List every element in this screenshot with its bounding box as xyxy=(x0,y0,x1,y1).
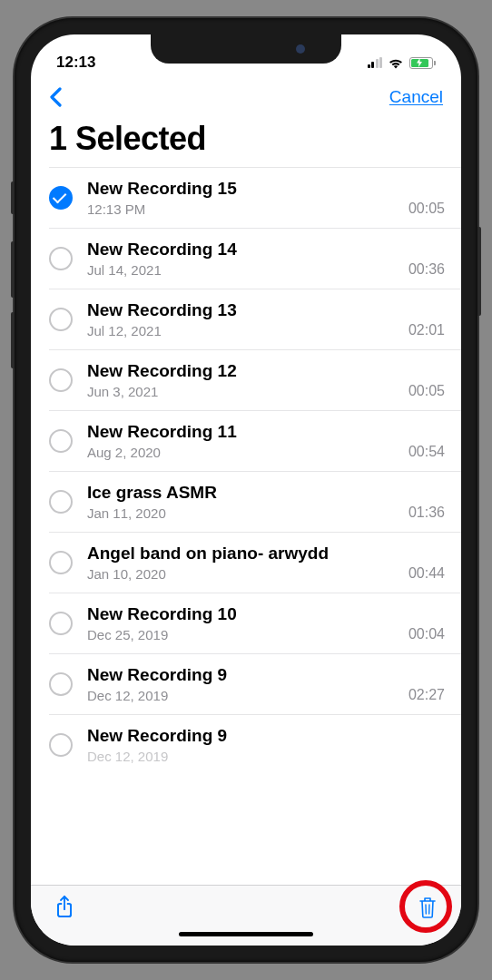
recording-date: Jul 12, 2021 xyxy=(87,323,237,338)
cancel-button[interactable]: Cancel xyxy=(389,87,443,107)
delete-button[interactable] xyxy=(418,896,438,919)
recording-title: New Recording 14 xyxy=(87,240,237,260)
recording-date: Dec 25, 2019 xyxy=(87,627,237,642)
recording-duration: 00:05 xyxy=(408,383,445,399)
list-item[interactable]: New Recording 13Jul 12, 202102:01 xyxy=(49,289,461,349)
recording-date: Jul 14, 2021 xyxy=(87,262,237,278)
status-time: 12:13 xyxy=(56,54,95,72)
home-indicator[interactable] xyxy=(179,932,313,936)
recording-duration: 00:36 xyxy=(408,261,445,278)
recording-title: New Recording 12 xyxy=(87,361,237,381)
recording-date: 12:13 PM xyxy=(87,201,237,217)
list-item[interactable]: New Recording 14Jul 14, 202100:36 xyxy=(49,228,461,289)
selection-checkbox[interactable] xyxy=(49,672,73,696)
recording-duration: 02:27 xyxy=(408,687,445,703)
recording-title: New Recording 10 xyxy=(87,604,237,624)
recording-title: New Recording 9 xyxy=(87,726,227,746)
selection-checkbox[interactable] xyxy=(49,551,73,574)
recording-title: New Recording 15 xyxy=(87,179,237,199)
wifi-icon xyxy=(388,57,404,69)
recording-date: Jan 10, 2020 xyxy=(87,566,329,582)
recording-date: Jan 11, 2020 xyxy=(87,505,217,521)
recording-title: New Recording 9 xyxy=(87,665,227,685)
recording-duration: 01:36 xyxy=(408,505,445,521)
selection-checkbox[interactable] xyxy=(49,368,73,392)
list-item[interactable]: New Recording 9Dec 12, 201902:27 xyxy=(49,653,461,714)
recording-date: Jun 3, 2021 xyxy=(87,384,237,399)
list-item[interactable]: New Recording 1512:13 PM00:05 xyxy=(49,167,461,228)
recording-duration: 00:44 xyxy=(408,565,445,582)
list-item[interactable]: New Recording 9Dec 12, 2019 xyxy=(49,714,461,764)
back-button[interactable] xyxy=(49,87,62,107)
recording-title: New Recording 11 xyxy=(87,422,237,442)
list-item[interactable]: New Recording 10Dec 25, 201900:04 xyxy=(49,593,461,653)
recording-duration: 02:01 xyxy=(408,322,445,338)
list-item[interactable]: New Recording 11Aug 2, 202000:54 xyxy=(49,410,461,471)
cellular-signal-icon xyxy=(368,57,383,68)
recording-date: Dec 12, 2019 xyxy=(87,688,227,703)
selection-checkbox[interactable] xyxy=(49,247,73,270)
share-button[interactable] xyxy=(54,895,74,920)
recording-duration: 00:54 xyxy=(408,444,445,460)
nav-bar: Cancel xyxy=(31,78,461,114)
recording-title: Ice grass ASMR xyxy=(87,483,217,503)
selection-checkbox[interactable] xyxy=(49,186,73,210)
recording-date: Dec 12, 2019 xyxy=(87,749,227,764)
recording-title: New Recording 13 xyxy=(87,300,237,320)
list-item[interactable]: New Recording 12Jun 3, 202100:05 xyxy=(49,349,461,410)
notch xyxy=(151,34,341,64)
page-title: 1 Selected xyxy=(31,114,461,167)
battery-icon xyxy=(409,57,436,69)
selection-checkbox[interactable] xyxy=(49,490,73,514)
recording-date: Aug 2, 2020 xyxy=(87,445,237,460)
phone-frame: 12:13 xyxy=(15,18,477,962)
recording-title: Angel band on piano- arwydd xyxy=(87,544,329,564)
selection-checkbox[interactable] xyxy=(49,308,73,331)
recording-duration: 00:04 xyxy=(408,626,445,642)
list-item[interactable]: Ice grass ASMRJan 11, 202001:36 xyxy=(49,471,461,532)
selection-checkbox[interactable] xyxy=(49,612,73,635)
recordings-list[interactable]: New Recording 1512:13 PM00:05New Recordi… xyxy=(31,167,461,885)
selection-checkbox[interactable] xyxy=(49,429,73,453)
list-item[interactable]: Angel band on piano- arwyddJan 10, 20200… xyxy=(49,532,461,593)
screen: 12:13 xyxy=(31,34,461,946)
selection-checkbox[interactable] xyxy=(49,733,73,757)
recording-duration: 00:05 xyxy=(408,201,445,217)
